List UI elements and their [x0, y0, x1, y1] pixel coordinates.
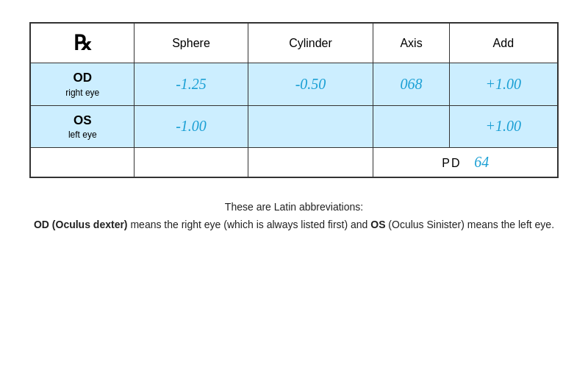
- od-add-cell: +1.00: [449, 63, 558, 106]
- footnote-detail: OD (Oculus dexter) means the right eye (…: [29, 216, 559, 234]
- footnote-middle: means the right eye (which is always lis…: [128, 219, 371, 230]
- od-sphere-cell: -1.25: [135, 63, 248, 106]
- od-add-value: +1.00: [486, 76, 522, 92]
- os-bold: OS: [370, 219, 385, 230]
- od-full: right eye: [35, 87, 129, 99]
- cylinder-header: Cylinder: [248, 23, 373, 63]
- pd-cell: PD 64: [373, 148, 558, 178]
- os-add-value: +1.00: [486, 118, 522, 134]
- pd-empty-3: [248, 148, 373, 178]
- footnote-title: These are Latin abbreviations:: [29, 199, 559, 216]
- od-axis-value: 068: [401, 76, 423, 92]
- od-label: OD right eye: [30, 63, 135, 106]
- footnote: These are Latin abbreviations: OD (Oculu…: [29, 199, 559, 234]
- os-add-cell: +1.00: [449, 105, 558, 148]
- od-sphere-value: -1.25: [176, 76, 207, 92]
- os-sinister-paren: (Oculus Sinister): [385, 219, 464, 230]
- pd-label: PD: [442, 157, 461, 169]
- pd-empty-2: [135, 148, 248, 178]
- pd-value: 64: [474, 154, 489, 170]
- od-abbrev: OD: [35, 69, 129, 87]
- os-row: OS left eye -1.00 +1.00: [30, 105, 558, 148]
- os-cylinder-cell: [248, 105, 373, 148]
- sphere-header: Sphere: [135, 23, 248, 63]
- od-axis-cell: 068: [373, 63, 449, 106]
- os-sphere-value: -1.00: [176, 118, 207, 134]
- rx-header: ℞: [30, 23, 135, 63]
- od-row: OD right eye -1.25 -0.50 068 +1.00: [30, 63, 558, 106]
- os-label: OS left eye: [30, 105, 135, 148]
- od-cylinder-value: -0.50: [295, 76, 326, 92]
- prescription-table-wrapper: ℞ Sphere Cylinder Axis Add OD right eye …: [29, 22, 559, 178]
- os-full: left eye: [35, 129, 129, 141]
- od-bold: OD (Oculus dexter): [34, 219, 128, 230]
- os-sphere-cell: -1.00: [135, 105, 248, 148]
- os-axis-cell: [373, 105, 449, 148]
- footnote-suffix: means the left eye.: [465, 219, 554, 230]
- pd-empty-1: [30, 148, 135, 178]
- od-cylinder-cell: -0.50: [248, 63, 373, 106]
- axis-header: Axis: [373, 23, 449, 63]
- pd-row: PD 64: [30, 148, 558, 178]
- rx-symbol: ℞: [74, 31, 92, 55]
- os-abbrev: OS: [35, 112, 129, 130]
- prescription-table: ℞ Sphere Cylinder Axis Add OD right eye …: [29, 22, 559, 178]
- add-header: Add: [449, 23, 558, 63]
